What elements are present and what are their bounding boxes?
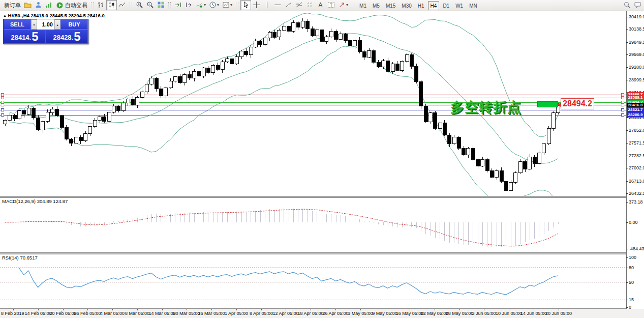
buy-price-main: 28428. bbox=[53, 33, 73, 42]
date-tick bbox=[559, 309, 559, 310]
price-tick: 27571.5 bbox=[629, 140, 644, 146]
periods-icon[interactable]: ▾ bbox=[207, 0, 221, 10]
annotation-price-callout[interactable]: 28494.2 bbox=[561, 98, 594, 109]
vertical-line-icon[interactable] bbox=[262, 0, 272, 10]
shapes-icon[interactable]: ▾ bbox=[336, 0, 350, 10]
sell-price-big-digit: 5 bbox=[32, 31, 38, 42]
signals-icon[interactable] bbox=[44, 0, 54, 10]
main-chart[interactable] bbox=[0, 11, 626, 196]
expand-marker-icon[interactable]: ▲ bbox=[3, 14, 7, 17]
symbol-header: ▲ HK50-,H4 28418.0 28445.5 28294.5 28416… bbox=[3, 13, 105, 18]
price-tick: 27002.0 bbox=[629, 165, 644, 170]
toolbar-grip bbox=[91, 2, 94, 9]
date-tick bbox=[211, 309, 212, 310]
timeframe-W1[interactable]: W1 bbox=[453, 1, 466, 10]
candlestick-icon[interactable] bbox=[106, 0, 117, 10]
profile-icon[interactable] bbox=[22, 0, 33, 10]
price-lines bbox=[0, 94, 626, 117]
experts-icon[interactable] bbox=[33, 0, 44, 10]
indicators-icon[interactable]: ▾ bbox=[194, 0, 207, 10]
date-label: 26 Apr 05:00 bbox=[322, 311, 348, 316]
time-scale[interactable]: 8 Feb 201914 Feb 05:0020 Feb 05:0026 Feb… bbox=[0, 309, 644, 318]
date-label: 26 Feb 05:00 bbox=[74, 311, 101, 316]
one-click-trading-panel: SELL ▾ ▴ BUY 28414.5 28428.5 bbox=[3, 19, 88, 44]
date-tick bbox=[187, 309, 187, 310]
zoom-in-icon[interactable] bbox=[134, 0, 145, 10]
crosshair-icon[interactable] bbox=[251, 0, 262, 10]
bollinger-band bbox=[10, 46, 558, 196]
macd-panel[interactable] bbox=[0, 198, 626, 253]
search-icon[interactable] bbox=[622, 0, 632, 10]
volume-increase-button[interactable]: ▴ bbox=[54, 19, 60, 30]
fibonacci-icon[interactable] bbox=[294, 0, 304, 10]
annotation-highlight-rect[interactable] bbox=[537, 101, 558, 107]
date-tick bbox=[435, 309, 435, 310]
price-tick: 28999.5 bbox=[629, 77, 644, 82]
price-tag: 28321.7 bbox=[627, 107, 644, 112]
volume-decrease-button[interactable]: ▾ bbox=[31, 19, 37, 30]
date-label: 28 May 05:00 bbox=[446, 311, 474, 316]
timeframe-D1[interactable]: D1 bbox=[440, 1, 452, 10]
timeframe-H4[interactable]: H4 bbox=[428, 1, 440, 10]
new-order-button[interactable]: 新订单 bbox=[1, 1, 22, 11]
autotrading-button[interactable]: 自动交易 bbox=[54, 1, 89, 11]
text-icon[interactable]: A bbox=[315, 0, 326, 10]
zoom-out-icon[interactable] bbox=[145, 0, 156, 10]
date-label: 8 Mar 05:00 bbox=[125, 311, 149, 316]
line-chart-icon[interactable] bbox=[117, 0, 128, 10]
chat-icon[interactable] bbox=[632, 0, 643, 10]
horizontal-line-icon[interactable] bbox=[272, 0, 283, 10]
new-order-label: 新订单 bbox=[4, 2, 21, 9]
date-tick bbox=[534, 309, 534, 310]
timeframe-M1[interactable]: M1 bbox=[357, 1, 369, 10]
bollinger-band bbox=[10, 13, 558, 137]
toolbar-grip bbox=[130, 2, 132, 9]
label-icon[interactable]: T bbox=[326, 0, 336, 10]
buy-button[interactable]: BUY bbox=[60, 19, 88, 30]
timeframe-M15[interactable]: M15 bbox=[383, 1, 398, 10]
trend-line-icon[interactable] bbox=[283, 0, 294, 10]
date-label: 10 Jun 05:00 bbox=[496, 311, 522, 316]
bar-chart-icon[interactable] bbox=[96, 0, 106, 10]
macd-tick: -484.43 bbox=[629, 246, 644, 251]
draw-tools-group: AT▾ bbox=[240, 0, 350, 11]
rsi-line bbox=[19, 268, 558, 295]
rsi-panel[interactable] bbox=[0, 254, 626, 308]
date-tick bbox=[311, 309, 311, 310]
sell-price[interactable]: 28414.5 bbox=[4, 30, 46, 44]
chart-shift-icon[interactable] bbox=[183, 0, 194, 10]
scroll-group bbox=[173, 0, 194, 11]
price-tick: 26713.0 bbox=[629, 179, 644, 184]
rsi-canvas bbox=[0, 254, 626, 308]
grid-icon[interactable] bbox=[304, 0, 315, 10]
date-label: 22 May 05:00 bbox=[421, 311, 449, 316]
templates-icon[interactable]: ▾ bbox=[221, 0, 234, 10]
rsi-tick: 15 bbox=[629, 297, 634, 302]
buy-price-big-digit: 5 bbox=[74, 31, 80, 42]
tile-windows-icon[interactable] bbox=[156, 0, 166, 10]
sell-button[interactable]: SELL bbox=[4, 19, 31, 30]
macd-signal-line bbox=[5, 209, 558, 246]
date-label: 18 Apr 05:00 bbox=[297, 311, 323, 316]
toolbar-left-icons bbox=[22, 0, 54, 11]
mt4-terminal: 新订单 自动交易 ▾▾▾ AT▾ M1M5M15M30H1H4D1W1MN ▲ … bbox=[0, 0, 644, 318]
volume-input[interactable] bbox=[37, 19, 54, 30]
timeframe-M30[interactable]: M30 bbox=[399, 1, 414, 10]
annotation-text[interactable]: 多空转折点 bbox=[450, 98, 522, 117]
timeframe-MN[interactable]: MN bbox=[467, 1, 480, 10]
timeframe-M5[interactable]: M5 bbox=[370, 1, 382, 10]
buy-price[interactable]: 28428.5 bbox=[46, 30, 88, 44]
rsi-value: 70.6517 bbox=[20, 255, 37, 261]
macd-main-value: 304.89 bbox=[37, 198, 52, 204]
date-tick bbox=[484, 309, 484, 310]
date-tick bbox=[360, 309, 361, 310]
zoom-group bbox=[134, 0, 166, 11]
auto-scroll-icon[interactable] bbox=[173, 0, 183, 10]
date-tick bbox=[286, 309, 286, 310]
timeframe-H1[interactable]: H1 bbox=[415, 1, 427, 10]
toolbar-grip bbox=[352, 2, 354, 9]
symbol-ohlc: 28418.0 28445.5 28294.5 28416.0 bbox=[30, 13, 104, 18]
macd-canvas bbox=[0, 198, 626, 253]
date-label: 1 Apr 05:00 bbox=[225, 311, 248, 316]
cursor-icon[interactable] bbox=[240, 0, 251, 10]
